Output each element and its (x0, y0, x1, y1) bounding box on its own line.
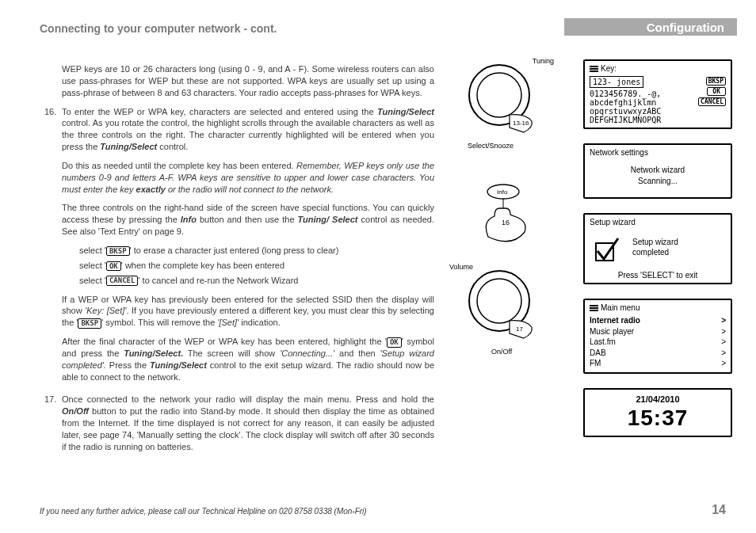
section-title: Configuration (647, 21, 724, 34)
screen-key: Key: BKSP OK CANCEL 123- jones 012345678… (583, 59, 732, 129)
screen-footer: Press 'SELECT' to exit (585, 271, 731, 280)
info-num: 16 (502, 219, 510, 227)
svg-point-1 (477, 73, 521, 117)
keycap-ok: OK (106, 261, 121, 272)
text: and then (334, 348, 380, 358)
step-number: 16. (44, 106, 56, 118)
dial-label: Select/Snooze (468, 142, 514, 150)
dial-label: Volume (449, 263, 473, 271)
control: Tuning/Select (100, 142, 157, 151)
screen-title: Setup wizard (590, 218, 726, 227)
screens-column: Key: BKSP OK CANCEL 123- jones 012345678… (583, 59, 732, 451)
text: button to put the radio into Stand-by mo… (62, 406, 434, 451)
info-label: Info (497, 188, 508, 196)
screen-setup: Setup wizard Setup wizard completed Pres… (583, 213, 732, 284)
step-16d: If a WEP or WPA key has previously been … (62, 294, 434, 329)
menu-item: DAB> (590, 348, 726, 359)
step-16e: After the final character of the WEP or … (62, 336, 434, 383)
dial-num: 17 (516, 326, 523, 333)
screen-content: Network wizard Scanning... (590, 165, 726, 187)
step-16b: Do this as needed until the complete key… (62, 160, 434, 196)
menu-item: Last.fm> (590, 337, 726, 348)
dial-tuning: Tuning 13-16 Select/Snooze (464, 59, 543, 147)
char-row: DEFGHIJKLMNOPQR (590, 116, 726, 124)
step-number: 17. (44, 394, 56, 405)
section-subtitle: Connecting to your computer network - co… (40, 22, 277, 35)
menu-icon (590, 66, 598, 72)
text: 'Key: [Set]' (85, 306, 126, 315)
control: Tuning/ Select (298, 215, 358, 224)
keycap-bksp: BKSP (78, 318, 101, 329)
clock-date: 21/04/2010 (590, 394, 726, 404)
page-number: 14 (712, 503, 726, 517)
text: ' to cancel and re-run the Network Wizar… (138, 276, 298, 285)
info-button-diagram: Info 16 (464, 182, 543, 238)
control: Tuning/Select (377, 107, 434, 116)
diagrams-column: Tuning 13-16 Select/Snooze Info 16 Volum… (452, 59, 555, 368)
text: The screen will show (183, 348, 280, 358)
control: Tuning/Select (124, 348, 181, 358)
clock-time: 15:37 (590, 405, 726, 431)
text: ' when the complete key has been entered (121, 261, 284, 270)
step-16c: The three controls on the right-hand sid… (62, 202, 434, 238)
screen-network: Network settings Network wizard Scanning… (583, 143, 732, 199)
keycap-ok: OK (387, 337, 402, 348)
hand-icon: Info 16 (464, 182, 543, 246)
menu-icon (590, 305, 598, 311)
menu-item: FM> (590, 358, 726, 369)
dial-volume: Volume 17 On/Off (464, 265, 543, 352)
btn-ok: OK (707, 87, 726, 96)
text: select ' (79, 261, 106, 270)
text: ' to erase a character just entered (lon… (130, 246, 339, 255)
text: Press the (106, 360, 150, 370)
keycap-cancel: CANCEL (106, 276, 139, 286)
text: Do this as needed until the complete key… (62, 161, 296, 170)
screen-content: Setup wizard completed (632, 237, 678, 257)
dial-label: Tuning (533, 57, 554, 65)
svg-point-6 (477, 279, 521, 323)
menu-item: Internet radio> (590, 315, 726, 326)
key-buttons: BKSP OK CANCEL (698, 76, 726, 107)
text: 'Connecting...' (280, 348, 334, 358)
text: ' symbol. This will remove the (101, 318, 217, 327)
step-17: 17. Once connected to the network your r… (62, 394, 434, 452)
text: '[Set]' (217, 318, 239, 327)
btn-bksp: BKSP (706, 77, 726, 86)
keycap-bksp: BKSP (106, 246, 130, 257)
control: On/Off (62, 406, 89, 416)
dial-icon: 13-16 (464, 59, 543, 139)
char-row: opqrstuvwxyzABC (590, 107, 726, 116)
body-content: WEP keys are 10 or 26 characters long (u… (62, 63, 434, 460)
text: To enter the WEP or WPA key, characters … (62, 107, 377, 116)
btn-cancel: CANCEL (698, 97, 726, 106)
menu-item: Music player> (590, 326, 726, 337)
text: Once connected to the network your radio… (62, 394, 434, 404)
footer-text: If you need any further advice, please c… (40, 507, 367, 516)
step-16: 16. To enter the WEP or WPA key, charact… (62, 106, 434, 153)
dial-label: On/Off (491, 348, 512, 356)
text: or the radio will not connect to the net… (166, 185, 334, 194)
text: select ' (79, 276, 106, 285)
control: Tuning/Select (150, 360, 207, 370)
select-cancel: select 'CANCEL' to cancel and re-run the… (79, 275, 434, 287)
screen-title: Main menu (590, 303, 726, 312)
text: control. (157, 142, 188, 151)
screen-clock: 21/04/2010 15:37 (583, 388, 732, 437)
text: indication. (239, 318, 281, 327)
text: After the final character of the WEP or … (62, 337, 387, 346)
check-icon (593, 237, 620, 264)
intro-paragraph: WEP keys are 10 or 26 characters long (u… (62, 63, 434, 99)
emphasis: exactly (136, 185, 166, 194)
key-input: 123- jones (590, 76, 643, 88)
screen-title: Key: (590, 64, 726, 73)
dial-icon: 17 (464, 265, 543, 345)
text: button and then use the (197, 215, 298, 224)
select-ok: select 'OK' when the complete key has be… (79, 260, 434, 272)
screen-title: Network settings (590, 148, 726, 157)
control: Info (181, 215, 197, 224)
screen-main-menu: Main menu Internet radio> Music player> … (583, 299, 732, 374)
text: select ' (79, 246, 106, 255)
dial-num: 13-16 (513, 120, 529, 127)
select-bksp: select 'BKSP' to erase a character just … (79, 245, 434, 257)
